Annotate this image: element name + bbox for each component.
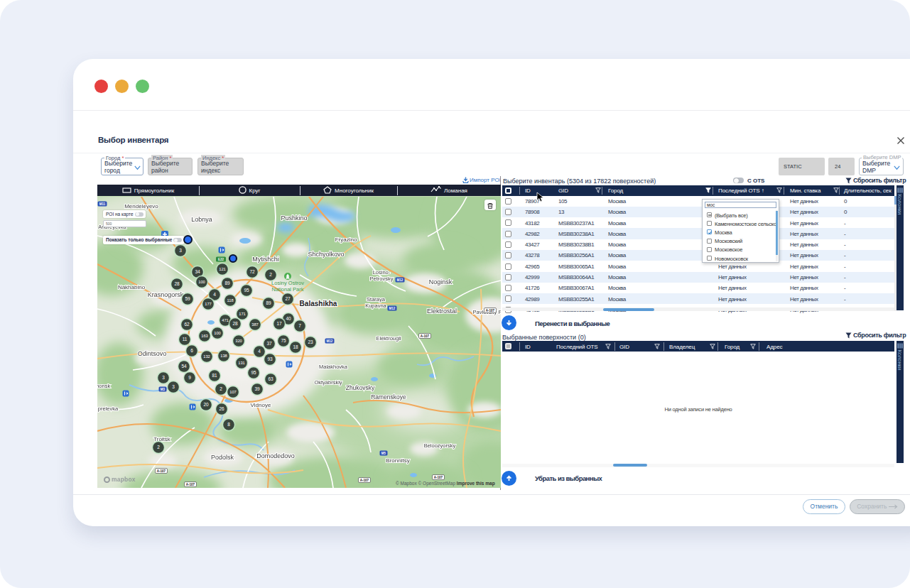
svg-text:27: 27	[285, 296, 291, 301]
svg-text:Fryazino: Fryazino	[335, 236, 357, 243]
svg-text:320: 320	[235, 339, 242, 343]
svg-text:A-107: A-107	[434, 476, 443, 479]
svg-text:Zhukovsky: Zhukovsky	[346, 384, 375, 391]
svg-text:107: 107	[229, 390, 237, 394]
svg-text:9: 9	[188, 375, 191, 380]
svg-text:81: 81	[212, 373, 217, 378]
svg-text:prelevka: prelevka	[98, 405, 119, 412]
svg-text:100: 100	[198, 280, 205, 284]
svg-text:118: 118	[227, 298, 233, 303]
svg-text:A-107: A-107	[157, 469, 166, 473]
svg-text:Krasnogorsk: Krasnogorsk	[148, 291, 184, 298]
svg-text:Bronnitsy: Bronnitsy	[386, 457, 409, 464]
svg-text:121: 121	[219, 267, 226, 271]
svg-text:Podolsk: Podolsk	[211, 454, 234, 461]
svg-text:471: 471	[222, 318, 229, 322]
svg-text:Kupavna: Kupavna	[365, 303, 386, 309]
svg-text:Staraya: Staraya	[367, 296, 386, 303]
svg-text:17: 17	[276, 321, 282, 326]
svg-text:26: 26	[219, 406, 224, 411]
svg-text:M12: M12	[397, 278, 403, 282]
svg-text:3: 3	[162, 375, 165, 380]
svg-text:11: 11	[183, 337, 188, 342]
svg-text:2: 2	[220, 386, 222, 391]
svg-text:Petrovsky: Petrovsky	[370, 276, 394, 282]
svg-text:Losino-: Losino-	[373, 269, 391, 276]
svg-text:A-107: A-107	[421, 334, 430, 338]
svg-text:39: 39	[254, 386, 260, 391]
svg-text:4: 4	[258, 349, 261, 354]
svg-text:M12: M12	[389, 307, 396, 310]
svg-text:37: 37	[266, 341, 272, 346]
svg-text:Noginsk: Noginsk	[429, 278, 453, 285]
svg-text:100: 100	[214, 331, 221, 335]
svg-text:59: 59	[185, 296, 190, 301]
svg-text:89: 89	[266, 300, 271, 305]
svg-text:54: 54	[181, 364, 187, 369]
svg-text:95: 95	[244, 288, 249, 293]
svg-text:National Park: National Park	[271, 286, 303, 293]
svg-text:28: 28	[232, 321, 238, 326]
svg-text:Mendeleyevo: Mendeleyevo	[124, 203, 158, 209]
svg-text:132: 132	[203, 354, 210, 359]
svg-text:M12: M12	[327, 339, 333, 343]
svg-text:Domodedovo: Domodedovo	[256, 452, 295, 459]
svg-text:75: 75	[281, 338, 286, 343]
svg-text:Nakhabino: Nakhabino	[118, 284, 146, 290]
svg-text:Elektrostal: Elektrostal	[427, 307, 457, 315]
svg-text:34: 34	[195, 269, 200, 274]
svg-text:Oktyabrskiy: Oktyabrskiy	[314, 379, 342, 386]
svg-text:163: 163	[201, 334, 208, 338]
svg-text:M5: M5	[381, 452, 386, 455]
svg-text:Malakhovka: Malakhovka	[319, 364, 348, 370]
svg-text:A-107: A-107	[186, 483, 195, 486]
svg-text:Lobnya: Lobnya	[191, 216, 212, 223]
svg-text:2: 2	[269, 272, 272, 277]
svg-text:3: 3	[172, 384, 175, 389]
svg-text:6: 6	[190, 348, 193, 353]
svg-text:7: 7	[298, 323, 301, 328]
svg-text:M11: M11	[99, 202, 106, 206]
svg-text:40: 40	[286, 316, 291, 321]
svg-text:2: 2	[157, 445, 160, 450]
svg-text:89: 89	[224, 281, 230, 285]
svg-text:93: 93	[267, 356, 273, 361]
svg-text:A-107: A-107	[486, 309, 495, 312]
svg-text:Shchyolkovo: Shchyolkovo	[308, 251, 344, 258]
svg-text:28: 28	[174, 281, 180, 286]
svg-text:Ramenskoye: Ramenskoye	[371, 393, 406, 401]
svg-text:Pushkino: Pushkino	[281, 214, 307, 222]
svg-text:Balashikha: Balashikha	[300, 300, 337, 307]
svg-text:138: 138	[220, 354, 227, 358]
svg-text:E22: E22	[218, 258, 224, 261]
svg-text:Mytishchi: Mytishchi	[252, 256, 279, 263]
svg-text:171: 171	[239, 312, 246, 316]
svg-text:Elektrougli: Elektrougli	[376, 335, 401, 342]
svg-text:63: 63	[268, 376, 273, 381]
svg-text:23: 23	[308, 339, 313, 344]
svg-text:131: 131	[238, 361, 245, 365]
svg-text:4: 4	[213, 292, 216, 297]
svg-text:amonsk: amonsk	[97, 383, 110, 389]
svg-text:62: 62	[184, 322, 190, 327]
svg-text:18: 18	[293, 344, 298, 349]
svg-text:95: 95	[251, 370, 256, 375]
svg-text:A-107: A-107	[360, 479, 369, 482]
svg-text:20: 20	[203, 402, 209, 407]
svg-text:Losiny Ostrov: Losiny Ostrov	[271, 280, 304, 286]
svg-text:3: 3	[179, 248, 182, 253]
svg-text:Vidnoye: Vidnoye	[251, 402, 271, 408]
svg-text:8: 8	[227, 422, 230, 427]
svg-text:M3: M3	[161, 388, 166, 391]
svg-text:387: 387	[251, 322, 259, 327]
svg-text:Beloozyorsky: Beloozyorsky	[424, 442, 456, 449]
svg-text:72: 72	[249, 269, 255, 274]
svg-text:Odintsovo: Odintsovo	[138, 350, 167, 357]
svg-text:177: 177	[205, 302, 212, 306]
